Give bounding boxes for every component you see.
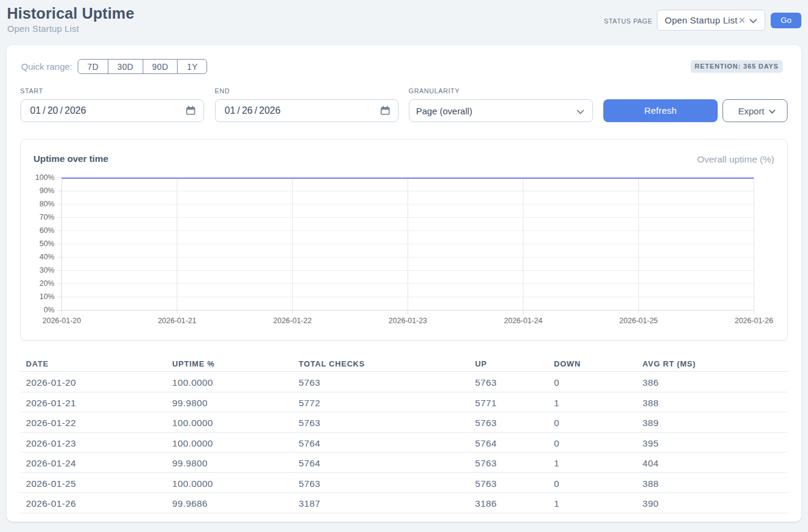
svg-text:2026-01-21: 2026-01-21 [158, 317, 196, 325]
svg-text:90%: 90% [39, 187, 54, 195]
svg-text:80%: 80% [39, 200, 54, 208]
svg-text:0%: 0% [43, 306, 54, 314]
svg-text:50%: 50% [39, 240, 54, 248]
svg-text:2026-01-25: 2026-01-25 [620, 317, 658, 325]
svg-text:2026-01-26: 2026-01-26 [735, 317, 773, 325]
svg-text:2026-01-22: 2026-01-22 [273, 317, 312, 325]
svg-text:2026-01-24: 2026-01-24 [504, 317, 542, 325]
svg-text:20%: 20% [39, 279, 54, 288]
svg-text:30%: 30% [39, 266, 54, 274]
svg-text:2026-01-23: 2026-01-23 [388, 317, 427, 325]
svg-text:10%: 10% [39, 292, 54, 301]
svg-text:100%: 100% [36, 173, 55, 182]
svg-text:40%: 40% [39, 253, 54, 261]
svg-text:2026-01-20: 2026-01-20 [43, 317, 81, 325]
svg-text:60%: 60% [39, 226, 54, 235]
svg-text:70%: 70% [39, 213, 54, 221]
